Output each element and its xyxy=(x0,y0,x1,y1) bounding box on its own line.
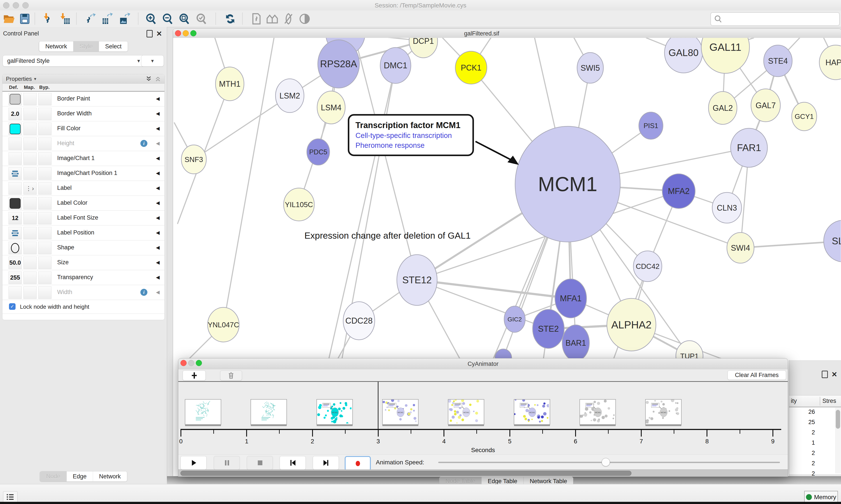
def-value-cell[interactable] xyxy=(8,152,22,165)
import-table-icon[interactable] xyxy=(58,12,71,25)
table-row[interactable]: 2 xyxy=(789,428,841,438)
close-panel-icon[interactable]: ✕ xyxy=(156,31,162,37)
info-icon[interactable]: i xyxy=(140,289,147,296)
color-swatch[interactable] xyxy=(10,94,21,105)
memory-button[interactable]: Memory xyxy=(804,491,838,503)
def-value-cell[interactable] xyxy=(8,286,22,299)
def-value-cell[interactable] xyxy=(8,167,22,180)
property-row-border-width[interactable]: 2.0Border Width◀ xyxy=(2,106,164,121)
node-YIL105C[interactable]: YIL105C xyxy=(284,188,314,221)
frame-thumbnail-1s[interactable] xyxy=(251,399,287,425)
edge-STE12-MFA1[interactable] xyxy=(417,280,571,299)
node-BAR1[interactable]: BAR1 xyxy=(562,325,589,361)
map-value-cell[interactable] xyxy=(23,152,37,165)
frame-thumbnail-7s[interactable]: MCM1 xyxy=(645,399,682,425)
edge-SNF3-LSM2[interactable] xyxy=(194,96,290,159)
refresh-view-icon[interactable] xyxy=(223,12,237,25)
def-value-cell[interactable]: 12 xyxy=(8,212,22,224)
search-field[interactable] xyxy=(711,12,840,26)
def-value-cell[interactable] xyxy=(8,182,22,195)
frame-thumbnail-0s[interactable] xyxy=(185,399,221,425)
lock-checkbox[interactable]: ✓ xyxy=(9,303,16,310)
expand-row-arrow[interactable]: ◀ xyxy=(156,96,160,102)
byp-value-cell[interactable] xyxy=(38,212,52,224)
expand-row-arrow[interactable]: ◀ xyxy=(156,111,160,116)
def-value-cell[interactable] xyxy=(8,242,22,254)
style-options-button[interactable]: ▾ xyxy=(141,55,164,67)
property-row-transparency[interactable]: 255Transparency◀ xyxy=(2,270,164,285)
expand-row-arrow[interactable]: ◀ xyxy=(156,274,160,280)
property-row-shape[interactable]: Shape◀ xyxy=(2,240,164,255)
collapse-all-icon[interactable] xyxy=(155,76,161,82)
expand-row-arrow[interactable]: ◀ xyxy=(156,289,160,295)
node-HAP2[interactable]: HAP2 xyxy=(819,45,841,80)
expand-row-arrow[interactable]: ◀ xyxy=(156,200,160,206)
node-MCM1[interactable]: MCM1 xyxy=(515,126,620,242)
map-value-cell[interactable] xyxy=(23,257,37,269)
node-STE2[interactable]: STE2 xyxy=(533,309,564,348)
table-row[interactable]: 2 xyxy=(789,459,841,469)
node-LSM4[interactable]: LSM4 xyxy=(317,91,345,124)
map-value-cell[interactable] xyxy=(23,93,37,105)
map-value-cell[interactable] xyxy=(23,108,37,120)
window-minimize-button[interactable] xyxy=(183,30,189,36)
def-value-cell[interactable] xyxy=(8,227,22,239)
tab-select[interactable]: Select xyxy=(99,41,128,51)
def-value-cell[interactable] xyxy=(8,123,22,135)
def-value-cell[interactable]: 50.0 xyxy=(8,257,22,269)
map-value-cell[interactable] xyxy=(23,138,37,150)
node-PDC5[interactable]: PDC5 xyxy=(307,139,329,165)
show-all-icon[interactable] xyxy=(298,12,311,25)
first-neighbors-icon[interactable] xyxy=(265,12,279,25)
node-GIC2[interactable]: GIC2 xyxy=(504,306,525,332)
expand-row-arrow[interactable]: ◀ xyxy=(156,230,160,236)
info-icon[interactable]: i xyxy=(140,140,147,147)
property-row-width[interactable]: Widthi◀ xyxy=(2,285,164,300)
save-session-icon[interactable] xyxy=(18,12,32,25)
property-row-label-position[interactable]: Label Position◀ xyxy=(2,226,164,240)
add-frame-button[interactable] xyxy=(183,371,205,380)
show-task-history-button[interactable] xyxy=(3,491,18,503)
hide-selected-icon[interactable] xyxy=(282,12,295,25)
table-row[interactable]: 1 xyxy=(789,438,841,448)
node-PIS1[interactable]: PIS1 xyxy=(639,112,663,139)
annotation-link[interactable]: Cell-type-specific transcription xyxy=(355,131,466,141)
scrollbar-thumb[interactable] xyxy=(180,471,631,476)
window-zoom-button[interactable] xyxy=(190,30,196,36)
export-image-icon[interactable] xyxy=(118,12,131,25)
property-row-label[interactable]: ⋮›Label◀ xyxy=(2,181,164,196)
byp-value-cell[interactable] xyxy=(38,167,52,180)
color-swatch[interactable] xyxy=(10,124,21,134)
node-FAR1[interactable]: FAR1 xyxy=(731,128,767,167)
window-close-button[interactable] xyxy=(175,30,181,36)
property-row-label-color[interactable]: Label Color◀ xyxy=(2,196,164,211)
byp-value-cell[interactable] xyxy=(38,182,52,195)
map-value-cell[interactable] xyxy=(23,227,37,239)
map-value-cell[interactable] xyxy=(23,212,37,224)
def-value-cell[interactable]: 2.0 xyxy=(8,108,22,120)
close-panel-icon[interactable]: ✕ xyxy=(831,371,837,377)
zoom-out-icon[interactable] xyxy=(161,12,174,25)
clear-all-frames-button[interactable]: Clear All Frames xyxy=(728,371,786,380)
float-panel-icon[interactable] xyxy=(822,371,828,378)
annotation-link[interactable]: Pheromone response xyxy=(355,141,466,150)
map-value-cell[interactable] xyxy=(23,167,37,180)
style-select[interactable]: galFiltered Style ▾ xyxy=(3,55,145,67)
map-value-cell[interactable] xyxy=(23,123,37,135)
node-SNF3[interactable]: SNF3 xyxy=(181,145,206,174)
float-panel-icon[interactable] xyxy=(146,30,153,37)
zoom-in-icon[interactable] xyxy=(144,12,158,25)
next-frame-button[interactable] xyxy=(313,456,339,470)
tab-edge[interactable]: Edge xyxy=(67,471,93,482)
property-row-image-chart-1[interactable]: Image/Chart 1◀ xyxy=(2,151,164,166)
node-MTH1[interactable]: MTH1 xyxy=(215,67,244,101)
node-MFA2[interactable]: MFA2 xyxy=(662,174,695,209)
expand-row-arrow[interactable]: ◀ xyxy=(156,170,160,176)
frame-thumbnail-4s[interactable]: MCM1 xyxy=(448,399,484,425)
timeline-scrollbar[interactable] xyxy=(178,469,788,476)
table-row[interactable]: 26 xyxy=(789,407,841,417)
delete-frame-button[interactable] xyxy=(220,371,242,380)
open-session-icon[interactable] xyxy=(3,12,16,25)
byp-value-cell[interactable] xyxy=(38,197,52,210)
slider-thumb[interactable] xyxy=(602,458,610,466)
